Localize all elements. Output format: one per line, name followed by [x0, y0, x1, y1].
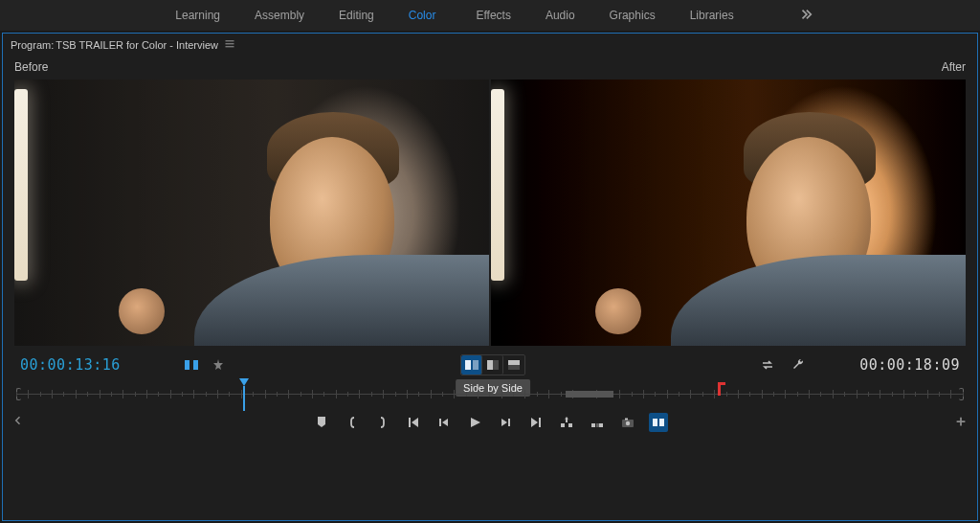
- svg-rect-5: [225, 46, 234, 47]
- after-frame[interactable]: [491, 80, 966, 346]
- svg-rect-19: [568, 423, 572, 427]
- svg-rect-15: [439, 419, 441, 426]
- svg-rect-26: [653, 419, 657, 426]
- panel-menu-icon[interactable]: [224, 38, 235, 52]
- svg-rect-16: [508, 419, 510, 426]
- tab-libraries[interactable]: Libraries: [673, 0, 751, 31]
- comparison-view: [3, 74, 977, 346]
- mini-timeline[interactable]: [16, 378, 964, 409]
- panel-header[interactable]: Program: TSB TRAILER for Color - Intervi…: [3, 34, 977, 57]
- tab-color[interactable]: Color: [391, 0, 459, 31]
- side-by-side-icon[interactable]: [461, 355, 482, 375]
- workspace-overflow-button[interactable]: [790, 8, 822, 24]
- svg-rect-4: [225, 43, 234, 44]
- svg-rect-6: [185, 360, 189, 370]
- after-label: After: [942, 60, 966, 74]
- svg-rect-8: [465, 360, 471, 370]
- chevron-left-icon[interactable]: [12, 415, 24, 429]
- timecode-duration[interactable]: 00:00:18:09: [826, 356, 960, 374]
- before-label: Before: [14, 60, 48, 74]
- compare-labels: Before After: [3, 57, 977, 74]
- svg-rect-25: [625, 419, 628, 421]
- swap-icon[interactable]: [757, 355, 778, 375]
- safe-margins-icon[interactable]: [208, 355, 229, 375]
- step-back-icon[interactable]: [434, 413, 454, 432]
- split-horizontal-icon[interactable]: [503, 355, 524, 375]
- mark-out-icon[interactable]: [373, 413, 392, 432]
- mark-in-icon[interactable]: [343, 413, 362, 432]
- tab-assembly[interactable]: Assembly: [237, 0, 322, 31]
- transport-controls: [3, 409, 977, 436]
- tab-audio[interactable]: Audio: [528, 0, 592, 31]
- svg-rect-14: [409, 418, 411, 427]
- comparison-layout-group: [460, 354, 525, 375]
- svg-point-24: [626, 421, 630, 425]
- panel-title-prefix: Program:: [11, 39, 54, 51]
- timecode-current[interactable]: 00:00:13:16: [20, 356, 154, 374]
- tab-effects[interactable]: Effects: [458, 0, 527, 31]
- in-point-marker[interactable]: [718, 382, 725, 396]
- playhead-icon[interactable]: [239, 378, 249, 386]
- timeline-gap: [566, 391, 613, 398]
- tab-learning[interactable]: Learning: [158, 0, 237, 31]
- svg-rect-9: [473, 360, 479, 370]
- svg-rect-20: [591, 423, 595, 427]
- tab-editing[interactable]: Editing: [322, 0, 391, 31]
- tab-graphics[interactable]: Graphics: [592, 0, 673, 31]
- play-icon[interactable]: [465, 413, 484, 432]
- monitor-controls-row: 00:00:13:16 Side by Side: [3, 346, 977, 378]
- settings-wrench-icon[interactable]: [788, 355, 809, 375]
- go-to-in-icon[interactable]: [404, 413, 423, 432]
- workspace-bar: Learning Assembly Editing Color Effects …: [0, 0, 980, 31]
- split-vertical-icon[interactable]: [482, 355, 503, 375]
- export-frame-icon[interactable]: [618, 413, 637, 432]
- svg-rect-17: [539, 418, 541, 427]
- svg-rect-27: [659, 419, 664, 426]
- svg-rect-13: [508, 360, 520, 365]
- compare-toggle-icon[interactable]: [181, 355, 202, 375]
- panel-title: TSB TRAILER for Color - Interview: [56, 39, 218, 51]
- svg-rect-3: [225, 40, 234, 41]
- workspace-tabs: Learning Assembly Editing Color Effects …: [158, 0, 750, 31]
- timeline-ticks: [16, 390, 964, 398]
- svg-rect-18: [561, 423, 565, 427]
- lift-icon[interactable]: [557, 413, 576, 432]
- plus-icon[interactable]: [954, 415, 968, 431]
- add-marker-icon[interactable]: [312, 413, 331, 432]
- svg-rect-22: [599, 423, 603, 427]
- svg-rect-7: [193, 360, 198, 370]
- extract-icon[interactable]: [588, 413, 607, 432]
- step-forward-icon[interactable]: [496, 413, 515, 432]
- before-frame[interactable]: [14, 80, 489, 346]
- go-to-out-icon[interactable]: [526, 413, 546, 432]
- comparison-view-icon[interactable]: [649, 413, 668, 432]
- program-monitor-panel: Program: TSB TRAILER for Color - Intervi…: [2, 33, 978, 521]
- svg-rect-11: [487, 360, 493, 370]
